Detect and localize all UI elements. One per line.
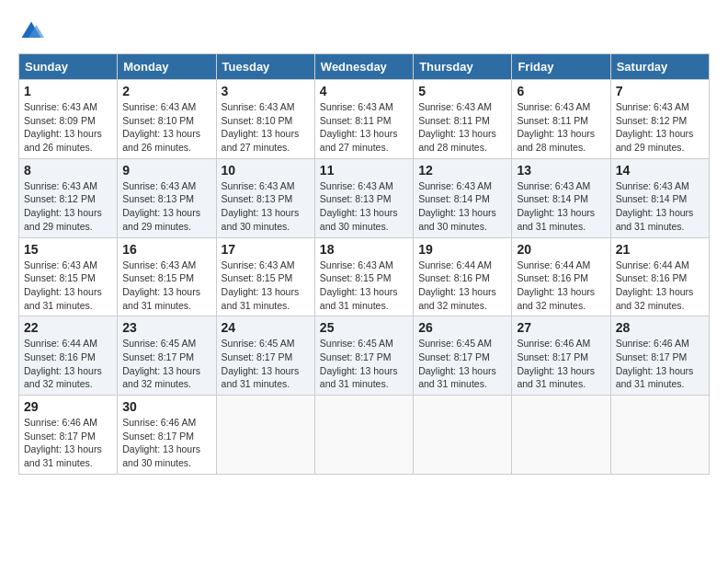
day-number: 15 (24, 242, 112, 257)
day-number: 17 (222, 242, 310, 257)
calendar-cell: 9Sunrise: 6:43 AMSunset: 8:13 PMDaylight… (118, 158, 216, 237)
calendar-row: 15Sunrise: 6:43 AMSunset: 8:15 PMDayligh… (19, 237, 710, 316)
calendar-cell: 28Sunrise: 6:46 AMSunset: 8:17 PMDayligh… (610, 316, 709, 396)
calendar-cell: 22Sunrise: 6:44 AMSunset: 8:16 PMDayligh… (19, 316, 118, 396)
day-number: 12 (418, 163, 506, 178)
day-number: 8 (24, 163, 112, 178)
day-detail: Sunrise: 6:45 AMSunset: 8:17 PMDaylight:… (418, 337, 506, 391)
day-detail: Sunrise: 6:45 AMSunset: 8:17 PMDaylight:… (122, 337, 210, 391)
day-of-week-header: Sunday (19, 54, 118, 80)
day-number: 14 (616, 163, 704, 178)
day-number: 11 (320, 163, 408, 178)
calendar-cell: 7Sunrise: 6:43 AMSunset: 8:12 PMDaylight… (610, 80, 709, 159)
calendar-cell: 25Sunrise: 6:45 AMSunset: 8:17 PMDayligh… (314, 316, 413, 396)
day-detail: Sunrise: 6:44 AMSunset: 8:16 PMDaylight:… (24, 337, 112, 391)
day-number: 30 (122, 399, 210, 414)
day-detail: Sunrise: 6:43 AMSunset: 8:12 PMDaylight:… (616, 100, 704, 155)
day-number: 22 (24, 320, 112, 335)
day-number: 10 (222, 163, 310, 178)
calendar-cell: 17Sunrise: 6:43 AMSunset: 8:15 PMDayligh… (216, 237, 314, 316)
day-number: 19 (418, 242, 506, 257)
calendar-cell (216, 396, 314, 475)
calendar-cell (512, 396, 610, 475)
calendar-cell: 21Sunrise: 6:44 AMSunset: 8:16 PMDayligh… (610, 237, 709, 316)
calendar-cell: 13Sunrise: 6:43 AMSunset: 8:14 PMDayligh… (512, 158, 610, 237)
calendar-cell: 26Sunrise: 6:45 AMSunset: 8:17 PMDayligh… (414, 316, 512, 396)
calendar-row: 29Sunrise: 6:46 AMSunset: 8:17 PMDayligh… (19, 396, 710, 475)
calendar-header-row: SundayMondayTuesdayWednesdayThursdayFrid… (19, 54, 710, 80)
calendar-cell: 30Sunrise: 6:46 AMSunset: 8:17 PMDayligh… (118, 396, 216, 475)
day-number: 9 (122, 163, 210, 178)
day-number: 1 (24, 84, 112, 98)
day-detail: Sunrise: 6:46 AMSunset: 8:17 PMDaylight:… (122, 416, 210, 470)
day-detail: Sunrise: 6:45 AMSunset: 8:17 PMDaylight:… (222, 337, 310, 391)
day-detail: Sunrise: 6:46 AMSunset: 8:17 PMDaylight:… (24, 416, 112, 470)
calendar-cell: 12Sunrise: 6:43 AMSunset: 8:14 PMDayligh… (414, 158, 512, 237)
calendar-row: 22Sunrise: 6:44 AMSunset: 8:16 PMDayligh… (19, 316, 710, 396)
day-detail: Sunrise: 6:43 AMSunset: 8:15 PMDaylight:… (222, 259, 310, 313)
calendar-cell: 18Sunrise: 6:43 AMSunset: 8:15 PMDayligh… (314, 237, 413, 316)
day-number: 24 (222, 320, 310, 335)
day-detail: Sunrise: 6:43 AMSunset: 8:14 PMDaylight:… (616, 179, 704, 234)
day-number: 2 (122, 84, 210, 98)
day-detail: Sunrise: 6:43 AMSunset: 8:14 PMDaylight:… (418, 179, 506, 234)
day-number: 25 (320, 320, 408, 335)
calendar-cell: 3Sunrise: 6:43 AMSunset: 8:10 PMDaylight… (216, 80, 314, 159)
header (18, 18, 710, 44)
calendar-row: 8Sunrise: 6:43 AMSunset: 8:12 PMDaylight… (19, 158, 710, 237)
day-detail: Sunrise: 6:43 AMSunset: 8:10 PMDaylight:… (122, 100, 210, 155)
logo (18, 18, 48, 44)
day-detail: Sunrise: 6:44 AMSunset: 8:16 PMDaylight:… (418, 259, 506, 313)
calendar-cell: 23Sunrise: 6:45 AMSunset: 8:17 PMDayligh… (118, 316, 216, 396)
day-detail: Sunrise: 6:43 AMSunset: 8:13 PMDaylight:… (320, 179, 408, 234)
day-number: 4 (320, 84, 408, 98)
day-of-week-header: Tuesday (216, 54, 314, 80)
day-number: 7 (616, 84, 704, 98)
day-detail: Sunrise: 6:43 AMSunset: 8:14 PMDaylight:… (517, 179, 605, 234)
day-detail: Sunrise: 6:43 AMSunset: 8:10 PMDaylight:… (222, 100, 310, 155)
calendar-row: 1Sunrise: 6:43 AMSunset: 8:09 PMDaylight… (19, 80, 710, 159)
calendar-cell: 24Sunrise: 6:45 AMSunset: 8:17 PMDayligh… (216, 316, 314, 396)
calendar-cell (314, 396, 413, 475)
day-of-week-header: Wednesday (314, 54, 413, 80)
day-number: 21 (616, 242, 704, 257)
day-number: 27 (517, 320, 605, 335)
day-number: 23 (122, 320, 210, 335)
day-detail: Sunrise: 6:46 AMSunset: 8:17 PMDaylight:… (517, 337, 605, 391)
calendar-cell: 14Sunrise: 6:43 AMSunset: 8:14 PMDayligh… (610, 158, 709, 237)
day-number: 5 (418, 84, 506, 98)
calendar-cell: 19Sunrise: 6:44 AMSunset: 8:16 PMDayligh… (414, 237, 512, 316)
logo-icon (18, 18, 44, 44)
calendar-cell: 11Sunrise: 6:43 AMSunset: 8:13 PMDayligh… (314, 158, 413, 237)
day-detail: Sunrise: 6:43 AMSunset: 8:13 PMDaylight:… (222, 179, 310, 234)
calendar-cell: 16Sunrise: 6:43 AMSunset: 8:15 PMDayligh… (118, 237, 216, 316)
day-of-week-header: Thursday (414, 54, 512, 80)
calendar-cell: 2Sunrise: 6:43 AMSunset: 8:10 PMDaylight… (118, 80, 216, 159)
calendar-cell: 15Sunrise: 6:43 AMSunset: 8:15 PMDayligh… (19, 237, 118, 316)
calendar-table: SundayMondayTuesdayWednesdayThursdayFrid… (18, 53, 710, 475)
calendar-cell: 20Sunrise: 6:44 AMSunset: 8:16 PMDayligh… (512, 237, 610, 316)
day-number: 26 (418, 320, 506, 335)
calendar-cell: 10Sunrise: 6:43 AMSunset: 8:13 PMDayligh… (216, 158, 314, 237)
day-of-week-header: Monday (118, 54, 216, 80)
day-detail: Sunrise: 6:43 AMSunset: 8:11 PMDaylight:… (517, 100, 605, 155)
day-detail: Sunrise: 6:44 AMSunset: 8:16 PMDaylight:… (616, 259, 704, 313)
calendar-cell: 5Sunrise: 6:43 AMSunset: 8:11 PMDaylight… (414, 80, 512, 159)
day-detail: Sunrise: 6:44 AMSunset: 8:16 PMDaylight:… (517, 259, 605, 313)
calendar-cell: 8Sunrise: 6:43 AMSunset: 8:12 PMDaylight… (19, 158, 118, 237)
day-of-week-header: Friday (512, 54, 610, 80)
day-number: 18 (320, 242, 408, 257)
day-number: 20 (517, 242, 605, 257)
day-of-week-header: Saturday (610, 54, 709, 80)
day-number: 13 (517, 163, 605, 178)
calendar-cell: 4Sunrise: 6:43 AMSunset: 8:11 PMDaylight… (314, 80, 413, 159)
calendar-cell (414, 396, 512, 475)
day-detail: Sunrise: 6:43 AMSunset: 8:11 PMDaylight:… (320, 100, 408, 155)
day-detail: Sunrise: 6:43 AMSunset: 8:09 PMDaylight:… (24, 100, 112, 155)
day-detail: Sunrise: 6:45 AMSunset: 8:17 PMDaylight:… (320, 337, 408, 391)
calendar-cell: 1Sunrise: 6:43 AMSunset: 8:09 PMDaylight… (19, 80, 118, 159)
day-detail: Sunrise: 6:43 AMSunset: 8:15 PMDaylight:… (24, 259, 112, 313)
calendar-cell: 29Sunrise: 6:46 AMSunset: 8:17 PMDayligh… (19, 396, 118, 475)
day-number: 3 (222, 84, 310, 98)
day-detail: Sunrise: 6:43 AMSunset: 8:15 PMDaylight:… (320, 259, 408, 313)
